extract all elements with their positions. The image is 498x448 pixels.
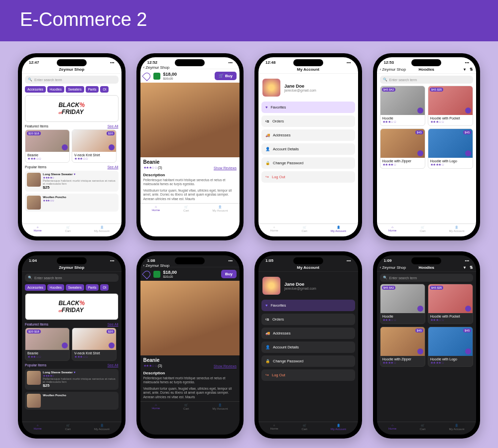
phone-grid: 12:47••• Zeymur Shop 🔍 Enter search term… — [0, 41, 498, 448]
chip[interactable]: Accesories — [25, 86, 46, 93]
back-button[interactable]: ‹ Zeymur Shop — [380, 67, 406, 72]
see-all[interactable]: See All — [108, 165, 119, 169]
see-all[interactable]: See All — [108, 124, 119, 128]
menu-change-password[interactable]: 🔒Change Password — [261, 157, 355, 169]
phone-category-dark: 1:09••• ‹ Zeymur ShopHoodies▾⇅ 🔍 Enter s… — [373, 251, 481, 439]
cart-icon: 🛒 — [66, 225, 70, 229]
menu-favorites[interactable]: ♥Favorites — [261, 102, 355, 113]
user-email: janedoe@gmail.com — [284, 89, 316, 92]
truck-icon: 🚚 — [265, 133, 270, 137]
shop-title: Zeymur Shop — [59, 67, 84, 72]
filter-icon[interactable]: ▾ — [464, 67, 466, 72]
category-title: Hoodies — [418, 67, 434, 72]
chip[interactable]: Hoodies — [47, 86, 64, 93]
tab-cart[interactable]: 🛒Cart — [302, 225, 307, 232]
phone-account-light: 12:48••• My Account Jane Doejanedoe@gmai… — [254, 53, 362, 240]
popular-item[interactable]: Long Sleeve Sweater ♥★★★★☆Pellentesque h… — [25, 171, 119, 192]
tab-account[interactable]: 👤My Account — [331, 225, 346, 232]
promo-banner[interactable]: BLACK%ofFRIDAY — [25, 293, 119, 320]
phone-home-light: 12:47••• Zeymur Shop 🔍 Enter search term… — [18, 53, 125, 240]
chip[interactable]: Sweaters — [66, 86, 84, 93]
promo-banner[interactable]: BLACK%ofFRIDAY — [25, 95, 119, 122]
back-button[interactable]: ‹ Zeymur Shop — [143, 65, 170, 70]
cart-icon: 🛒 — [219, 74, 224, 78]
phone-category-light: 12:53••• ‹ Zeymur ShopHoodies▾⇅ 🔍 Enter … — [373, 53, 481, 240]
category-chips: Accesories Hoodies Sweaters Pants Ot — [25, 86, 119, 93]
user-icon: 👤 — [100, 225, 104, 229]
page-title: E-Commerce 2 — [0, 0, 498, 41]
tab-account[interactable]: 👤My Account — [94, 225, 110, 232]
avatar[interactable] — [262, 79, 280, 97]
favorite-button[interactable] — [142, 71, 152, 81]
nav-bar: Zeymur Shop — [22, 66, 122, 74]
thumb — [27, 173, 41, 187]
tab-cart[interactable]: 🛒Cart — [420, 225, 425, 232]
popular-item[interactable]: Woollen Poncho★★★☆☆ — [25, 194, 119, 212]
search-input[interactable]: 🔍 Enter search term — [380, 76, 474, 84]
sale-tag-icon — [153, 73, 160, 80]
tab-cart[interactable]: 🛒Cart — [183, 205, 189, 212]
product-title: Beanie — [140, 157, 240, 165]
show-reviews[interactable]: Show Reviews — [214, 166, 237, 170]
popular-label: Popular Items — [25, 165, 46, 169]
status-bar: 12:47••• — [22, 57, 122, 66]
heart-icon: ♥ — [74, 173, 76, 176]
sort-icon[interactable]: ⇅ — [470, 67, 473, 72]
description-text: Pellentesque habitant morbi tristique se… — [140, 178, 240, 189]
chip[interactable]: Pants — [86, 86, 99, 93]
phone-home-dark: 1:04••• Zeymur Shop 🔍 Enter search term … — [18, 251, 125, 439]
description-text: Vestibulum tortor quam, feugiat vitae, u… — [140, 189, 240, 203]
tab-bar: ⌂Home 🛒Cart 👤My Account — [22, 224, 122, 236]
menu-logout[interactable]: ↪Log Out — [261, 171, 355, 183]
featured-label: Featured Items — [25, 124, 48, 128]
menu-addresses[interactable]: 🚚Addresses — [261, 129, 355, 141]
home-icon: ⌂ — [37, 225, 39, 228]
search-input[interactable]: 🔍 Enter search term — [25, 274, 119, 282]
product-card[interactable]: $45Hoodie with Logo★★★★☆ — [428, 128, 473, 169]
buy-button[interactable]: 🛒Buy — [215, 72, 237, 80]
tab-home[interactable]: ⌂Home — [152, 205, 160, 212]
search-input[interactable]: 🔍 Enter search term — [25, 76, 119, 84]
menu-orders[interactable]: 🛍Orders — [261, 115, 355, 127]
tab-home[interactable]: ⌂Home — [270, 225, 278, 232]
heart-icon: ♥ — [265, 105, 267, 110]
tab-home[interactable]: ⌂Home — [388, 225, 396, 232]
lock-icon: 🔒 — [265, 161, 270, 165]
product-card[interactable]: $20 $18Beanie★★★☆☆ — [25, 129, 70, 163]
product-card[interactable]: $45 $35Hoodie with Pocket★★★☆☆ — [428, 86, 473, 126]
logout-icon: ↪ — [265, 175, 269, 179]
chip[interactable]: Ot — [100, 86, 109, 93]
user-name: Jane Doe — [284, 84, 316, 89]
product-image[interactable] — [140, 83, 240, 157]
menu-account-details[interactable]: 👤Account Details — [261, 143, 355, 155]
tab-cart[interactable]: 🛒Cart — [65, 225, 71, 232]
phone-product-light: 12:52••• ‹ Zeymur Shop $18,00$20,00 🛒Buy… — [136, 53, 244, 240]
description-heading: Description — [140, 171, 240, 178]
tab-account[interactable]: 👤My Account — [212, 205, 228, 212]
account-title: My Account — [297, 67, 319, 72]
tab-account[interactable]: 👤My Account — [449, 225, 464, 232]
product-card[interactable]: $45 $42Hoodie★★★☆☆ — [380, 86, 425, 126]
phone-product-dark: 1:08••• ‹ Zeymur Shop $18,00$20,00Buy Be… — [136, 251, 244, 439]
product-card[interactable]: $45Hoodie with Zipper★★★★☆ — [380, 128, 425, 169]
bag-icon: 🛍 — [265, 119, 269, 123]
phone-account-dark: 1:05••• My Account Jane Doejanedoe@gmail… — [254, 251, 362, 439]
product-card[interactable]: $20V-neck Knit Shirt★★★☆☆ — [72, 129, 117, 163]
user-icon: 👤 — [265, 147, 270, 151]
tab-home[interactable]: ⌂Home — [34, 225, 42, 232]
